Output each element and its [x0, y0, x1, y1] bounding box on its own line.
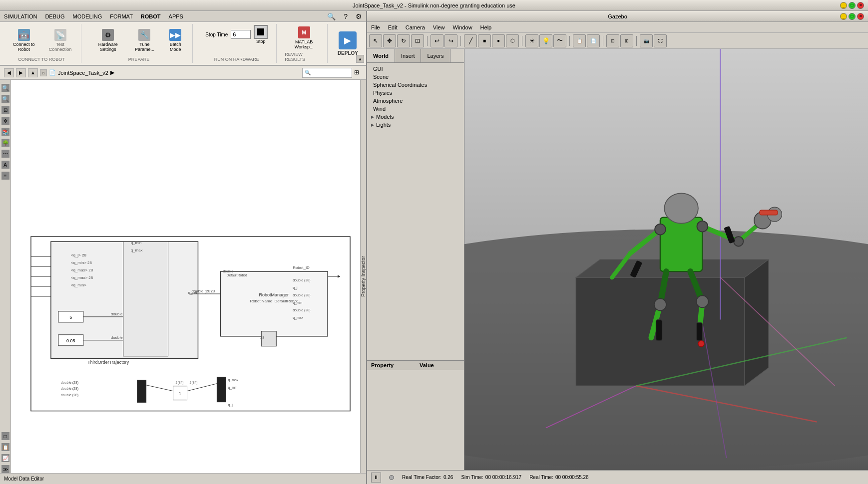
insert-line-button[interactable]: ╱	[464, 34, 477, 47]
bottom-icon-2[interactable]: 📈	[1, 454, 9, 462]
translate-tool-button[interactable]: ✥	[383, 34, 396, 47]
settings-icon[interactable]: ⚙	[356, 12, 362, 20]
insert-sphere-button[interactable]: ●	[492, 34, 505, 47]
data-icon[interactable]: ≡	[1, 172, 9, 180]
expand-icon[interactable]: □	[1, 432, 9, 440]
tree-item-scene[interactable]: Scene	[369, 73, 462, 81]
scale-tool-button[interactable]: ⊡	[411, 34, 424, 47]
tree-item-spherical[interactable]: Spherical Coordinates	[369, 81, 462, 89]
undo-button[interactable]: ↩	[431, 34, 443, 47]
gazebo-minimize-button[interactable]: _	[840, 13, 847, 20]
tree-item-atmosphere[interactable]: Atmosphere	[369, 97, 462, 105]
signal-icon[interactable]: 〰	[1, 150, 9, 158]
menu-debug[interactable]: DEBUG	[45, 13, 64, 19]
viewport-3d[interactable]	[464, 49, 868, 470]
snap-button[interactable]: ⊞	[620, 34, 633, 47]
world-tab[interactable]: World	[367, 49, 395, 62]
layers-tab[interactable]: Layers	[421, 49, 450, 62]
insert-box-button[interactable]: ■	[478, 34, 491, 47]
insert-tab[interactable]: Insert	[395, 49, 422, 62]
menu-modeling[interactable]: MODELING	[73, 13, 102, 19]
insert-cylinder-button[interactable]: ⬡	[506, 34, 519, 47]
gazebo-menu-camera[interactable]: Camera	[406, 24, 425, 30]
hardware-settings-button[interactable]: ⚙ Hardware Settings	[89, 27, 127, 53]
search-icon[interactable]: 🔍	[327, 12, 336, 20]
fullscreen-button[interactable]: ⛶	[654, 34, 667, 47]
gui-label: GUI	[373, 66, 383, 72]
tree-item-gui[interactable]: GUI	[369, 65, 462, 73]
redo-button[interactable]: ↪	[444, 34, 457, 47]
search-model-input[interactable]: 🔍	[302, 68, 352, 78]
joint-block-1[interactable]	[137, 380, 146, 403]
status-text: Model Data Editor	[4, 476, 44, 482]
connect-to-robot-button[interactable]: 🤖 Connect to Robot	[6, 27, 41, 53]
menu-format[interactable]: FORMAT	[110, 13, 133, 19]
paste-button[interactable]: 📄	[587, 34, 600, 47]
matlab-workspace-button[interactable]: M MATLAB Worksp...	[285, 25, 323, 51]
inner-subsystem[interactable]	[123, 242, 168, 356]
robot-torso	[660, 218, 702, 272]
tune-parameters-button[interactable]: 🔧 Tune Parame...	[128, 27, 160, 53]
close-button[interactable]: ✕	[857, 2, 864, 9]
robot-manager-block[interactable]	[220, 271, 328, 336]
bottom-icon-3[interactable]: ≫	[1, 465, 9, 473]
breadcrumb-model-label[interactable]: JointSpace_Task_v2	[58, 70, 108, 76]
nav-expand-icon[interactable]: ⊞	[354, 69, 362, 77]
connect-group-content: 🤖 Connect to Robot 📡 Test Connection	[6, 25, 77, 56]
sun-light-button[interactable]: ☀	[525, 34, 538, 47]
nav-up-button[interactable]: ▲	[28, 68, 38, 77]
copy-button[interactable]: 📋	[573, 34, 586, 47]
toolbar-sep-6	[636, 36, 637, 46]
tree-item-lights[interactable]: ▶ Lights	[369, 121, 462, 129]
home-icon[interactable]: ⌂	[40, 69, 47, 76]
bottom-icon-1[interactable]: 📋	[1, 443, 9, 451]
gazebo-menu-file[interactable]: File	[371, 24, 380, 30]
minimize-button[interactable]: _	[840, 2, 847, 9]
gazebo-menu-view[interactable]: View	[433, 24, 445, 30]
canvas-area[interactable]: ThirdOrderTrajectory 5 double 0.05 doubl…	[11, 80, 360, 473]
right-foot-indicator	[698, 341, 704, 347]
gazebo-close-button[interactable]: ✕	[857, 13, 864, 20]
help-icon[interactable]: ?	[344, 12, 348, 20]
joint-block-2[interactable]	[217, 377, 226, 402]
gazebo-menu-edit[interactable]: Edit	[388, 24, 398, 30]
gazebo-menu-help[interactable]: Help	[480, 24, 492, 30]
select-tool-button[interactable]: ↖	[369, 34, 382, 47]
prepare-group-label: PREPARE	[128, 56, 149, 62]
wave-light-button[interactable]: 〜	[553, 34, 566, 47]
nav-forward-button[interactable]: ▶	[16, 68, 26, 77]
stop-button[interactable]	[254, 25, 268, 39]
pan-icon[interactable]: ✥	[1, 117, 9, 125]
zoom-out-icon[interactable]: 🔍	[1, 95, 9, 103]
annotation-icon[interactable]: A	[1, 161, 9, 169]
align-button[interactable]: ⊟	[606, 34, 619, 47]
nav-back-button[interactable]: ◀	[4, 68, 14, 77]
left-knee-joint	[654, 298, 666, 310]
batch-mode-button[interactable]: ▶▶ Batch Mode	[162, 27, 188, 53]
gazebo-menu-window[interactable]: Window	[452, 24, 472, 30]
ribbon-collapse-button[interactable]: ▲	[356, 55, 364, 63]
test-connection-button[interactable]: 📡 Test Connection	[43, 27, 77, 53]
review-group: M MATLAB Worksp... REVIEW RESULTS	[281, 24, 328, 63]
model-browser-icon[interactable]: 🌳	[1, 139, 9, 147]
menu-apps[interactable]: APPS	[169, 13, 183, 19]
fit-view-icon[interactable]: ⊡	[1, 106, 9, 114]
main-layout: SIMULATION DEBUG MODELING FORMAT ROBOT A…	[0, 11, 868, 484]
rotate-tool-button[interactable]: ↻	[397, 34, 410, 47]
zoom-in-icon[interactable]: 🔍	[1, 84, 9, 92]
gazebo-maximize-button[interactable]: □	[849, 13, 856, 20]
directional-light-button[interactable]: 💡	[539, 34, 552, 47]
tree-item-wind[interactable]: Wind	[369, 105, 462, 113]
menu-simulation[interactable]: SIMULATION	[4, 13, 37, 19]
screenshot-button[interactable]: 📷	[640, 34, 653, 47]
breadcrumb-path-item[interactable]: 📄	[49, 69, 56, 76]
stop-time-input[interactable]	[231, 30, 251, 39]
atmosphere-label: Atmosphere	[373, 98, 403, 104]
tree-item-models[interactable]: ▶ Models	[369, 113, 462, 121]
stop-time-row: Stop Time Stop	[205, 25, 268, 44]
gazebo-pause-button[interactable]: ⏸	[371, 473, 381, 483]
menu-robot[interactable]: ROBOT	[141, 13, 161, 19]
library-icon[interactable]: 📚	[1, 128, 9, 136]
maximize-button[interactable]: □	[849, 2, 856, 9]
tree-item-physics[interactable]: Physics	[369, 89, 462, 97]
